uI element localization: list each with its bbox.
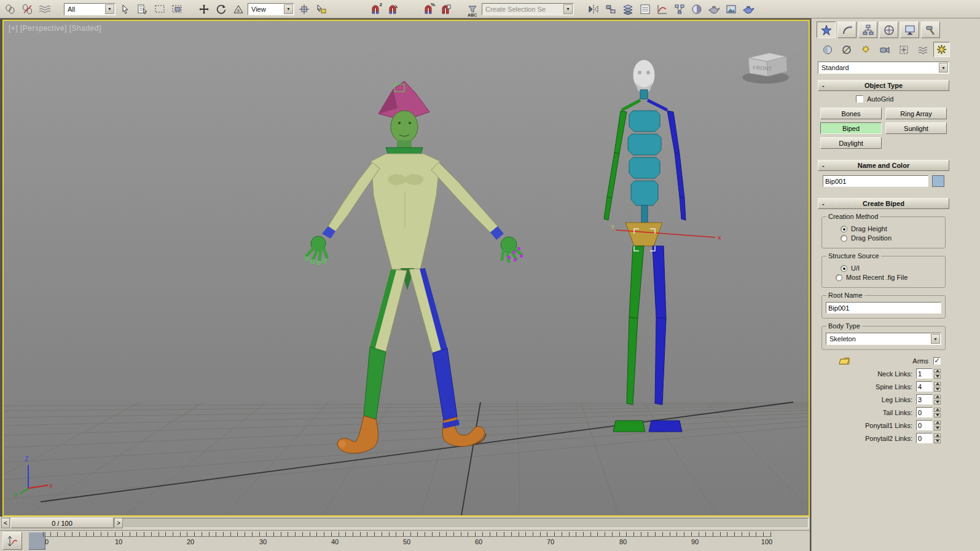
object-color-swatch[interactable] bbox=[932, 175, 944, 187]
spin-down-icon[interactable] bbox=[934, 400, 941, 405]
spin-up-icon[interactable] bbox=[934, 382, 941, 386]
ring-array-button[interactable]: Ring Array bbox=[885, 108, 947, 119]
spin-up-icon[interactable] bbox=[934, 369, 941, 373]
body-type-dropdown[interactable]: Skeleton ▼ bbox=[826, 333, 941, 345]
spinner-snap-icon[interactable] bbox=[437, 2, 453, 17]
drag-position-radio[interactable] bbox=[841, 235, 847, 242]
rollout-name-color-header[interactable]: - Name and Color bbox=[818, 160, 949, 171]
snap-toggle-icon[interactable]: 2 bbox=[367, 2, 383, 17]
use-pivot-center-icon[interactable] bbox=[296, 2, 312, 17]
window-crossing-icon[interactable] bbox=[169, 2, 184, 17]
category-shapes-icon[interactable] bbox=[838, 42, 855, 57]
fig-file-radio[interactable] bbox=[836, 274, 842, 281]
chevron-down-icon[interactable]: ▼ bbox=[284, 4, 293, 14]
class-dropdown[interactable]: Standard ▼ bbox=[818, 61, 949, 74]
sunlight-button[interactable]: Sunlight bbox=[885, 122, 947, 134]
autogrid-checkbox[interactable] bbox=[856, 95, 863, 103]
mirror-icon[interactable] bbox=[586, 2, 601, 17]
spin-up-icon[interactable] bbox=[934, 434, 941, 438]
clown-character[interactable] bbox=[305, 81, 523, 453]
select-and-link-icon[interactable] bbox=[2, 2, 18, 17]
keyboard-override-icon[interactable]: ABC bbox=[465, 2, 480, 17]
render-setup-icon[interactable] bbox=[706, 2, 721, 17]
select-object-icon[interactable] bbox=[117, 2, 133, 17]
selection-region-icon[interactable] bbox=[152, 2, 167, 17]
unlink-selection-icon[interactable] bbox=[20, 2, 35, 17]
collapse-icon[interactable]: - bbox=[822, 200, 825, 207]
spin-up-icon[interactable] bbox=[934, 421, 941, 425]
category-systems-icon[interactable] bbox=[933, 42, 950, 57]
select-rotate-icon[interactable] bbox=[213, 2, 229, 17]
bones-button[interactable]: Bones bbox=[820, 108, 882, 119]
selection-filter-dropdown[interactable]: All ▼ bbox=[64, 3, 116, 15]
track-bar[interactable]: 0 10 20 30 40 50 60 70 80 90 100 bbox=[0, 530, 810, 551]
biped-skeleton[interactable] bbox=[604, 60, 686, 432]
category-geometry-icon[interactable] bbox=[819, 42, 836, 57]
chevron-down-icon[interactable]: ▼ bbox=[939, 63, 948, 73]
layer-manager-icon[interactable] bbox=[620, 2, 635, 17]
select-by-name-icon[interactable] bbox=[135, 2, 150, 17]
biped-button[interactable]: Biped bbox=[820, 122, 882, 134]
material-editor-icon[interactable] bbox=[689, 2, 704, 17]
next-frame-button[interactable]: > bbox=[114, 518, 123, 528]
rendered-frame-window-icon[interactable] bbox=[723, 2, 739, 17]
ponytail1-links-input[interactable] bbox=[916, 420, 933, 430]
named-selection-sets-dropdown[interactable]: Create Selection Se ▼ bbox=[482, 3, 574, 15]
tab-utilities[interactable] bbox=[921, 22, 940, 38]
arms-checkbox[interactable] bbox=[933, 357, 941, 365]
daylight-button[interactable]: Daylight bbox=[820, 137, 882, 149]
collapse-icon[interactable]: - bbox=[822, 162, 825, 169]
spin-down-icon[interactable] bbox=[934, 426, 941, 430]
leg-links-input[interactable] bbox=[916, 394, 933, 405]
chevron-down-icon[interactable]: ▼ bbox=[105, 4, 114, 14]
chevron-down-icon[interactable]: ▼ bbox=[931, 334, 940, 344]
percent-snap-icon[interactable]: % bbox=[420, 2, 436, 17]
tab-modify[interactable] bbox=[837, 22, 857, 38]
select-manipulate-icon[interactable] bbox=[313, 2, 329, 17]
select-move-icon[interactable] bbox=[196, 2, 211, 17]
spine-links-label: Spine Links: bbox=[876, 383, 912, 390]
align-icon[interactable] bbox=[603, 2, 618, 17]
tail-links-input[interactable] bbox=[916, 407, 933, 418]
chevron-down-icon[interactable]: ▼ bbox=[563, 4, 573, 14]
scene-explorer-icon[interactable] bbox=[637, 2, 653, 17]
spin-down-icon[interactable] bbox=[934, 375, 941, 379]
time-slider-handle[interactable]: 0 / 100 bbox=[10, 518, 114, 528]
viewport-label[interactable]: [+] [Perspective] [Shaded] bbox=[9, 24, 101, 33]
perspective-viewport[interactable]: FRONT bbox=[2, 20, 810, 517]
spin-up-icon[interactable] bbox=[934, 408, 941, 412]
tab-display[interactable] bbox=[900, 22, 919, 38]
collapse-icon[interactable]: - bbox=[822, 82, 825, 89]
spin-down-icon[interactable] bbox=[934, 413, 941, 418]
curve-editor-icon[interactable] bbox=[654, 2, 670, 17]
select-scale-icon[interactable] bbox=[230, 2, 246, 17]
open-fig-folder-icon[interactable] bbox=[839, 356, 850, 366]
object-name-input[interactable] bbox=[823, 175, 928, 187]
tab-create[interactable] bbox=[817, 22, 836, 38]
schematic-view-icon[interactable] bbox=[672, 2, 687, 17]
spine-links-input[interactable] bbox=[916, 381, 933, 392]
ponytail2-links-input[interactable] bbox=[916, 433, 933, 443]
tab-hierarchy[interactable] bbox=[858, 22, 877, 38]
reference-coordinate-dropdown[interactable]: View ▼ bbox=[248, 3, 294, 15]
category-cameras-icon[interactable] bbox=[876, 42, 893, 57]
rollout-create-biped-header[interactable]: - Create Biped bbox=[818, 198, 949, 209]
spin-down-icon[interactable] bbox=[934, 439, 941, 443]
category-lights-icon[interactable] bbox=[857, 42, 874, 57]
render-production-icon[interactable] bbox=[740, 2, 756, 17]
bind-to-spacewarp-icon[interactable] bbox=[37, 2, 52, 17]
rollout-object-type-header[interactable]: - Object Type bbox=[818, 80, 949, 91]
root-name-input[interactable] bbox=[826, 302, 941, 314]
category-spacewarps-icon[interactable] bbox=[914, 42, 931, 57]
angle-snap-icon[interactable] bbox=[385, 2, 400, 17]
category-helpers-icon[interactable] bbox=[895, 42, 912, 57]
previous-frame-button[interactable]: < bbox=[1, 518, 10, 528]
open-mini-curve-editor-button[interactable] bbox=[2, 532, 22, 550]
neck-links-input[interactable] bbox=[916, 368, 933, 379]
ui-option: U/I bbox=[841, 264, 941, 272]
tab-motion[interactable] bbox=[879, 22, 898, 38]
spin-down-icon[interactable] bbox=[934, 387, 941, 392]
ui-radio[interactable] bbox=[841, 265, 847, 272]
drag-height-radio[interactable] bbox=[841, 226, 847, 232]
spin-up-icon[interactable] bbox=[934, 395, 941, 399]
